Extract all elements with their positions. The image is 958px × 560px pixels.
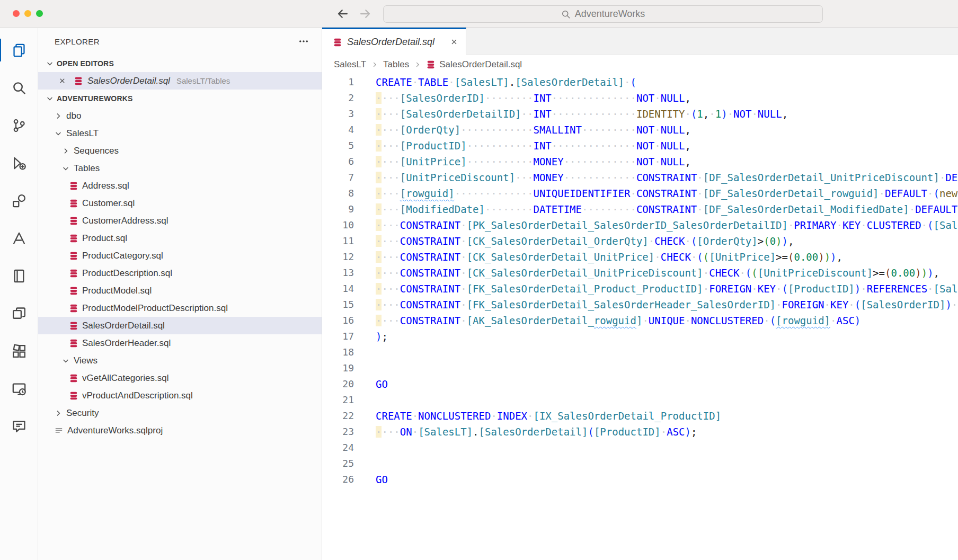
code-line-14[interactable]: 14····CONSTRAINT·[FK_SalesOrderDetail_Pr…	[322, 281, 958, 297]
object-explorer-icon	[12, 193, 26, 208]
code-line-26[interactable]: 26GO	[322, 472, 958, 487]
code-line-1[interactable]: 1CREATE·TABLE·[SalesLT].[SalesOrderDetai…	[322, 74, 958, 90]
code-line-11[interactable]: 11····CONSTRAINT·[CK_SalesOrderDetail_Or…	[322, 233, 958, 249]
line-number: 17	[322, 328, 376, 344]
tree-item-views[interactable]: Views	[38, 352, 322, 369]
code-line-17[interactable]: 17);	[322, 328, 958, 344]
zoom-window-button[interactable]	[36, 10, 43, 17]
database-icon	[69, 391, 78, 401]
activity-run-debug-button[interactable]	[0, 144, 38, 182]
activity-object-explorer-button[interactable]	[0, 182, 38, 219]
tree-item-adventureworks-sqlproj[interactable]: AdventureWorks.sqlproj	[38, 422, 322, 439]
azure-icon	[12, 231, 26, 246]
breadcrumb-item[interactable]: SalesOrderDetail.sql	[426, 59, 522, 70]
code-line-7[interactable]: 7····[UnitPriceDiscount]···MONEY········…	[322, 170, 958, 185]
sidebar-header: EXPLORER	[38, 28, 322, 55]
activity-search-button[interactable]	[0, 69, 38, 106]
code-line-22[interactable]: 22CREATE·NONCLUSTERED·INDEX·[IX_SalesOrd…	[322, 408, 958, 424]
command-center-label: AdventureWorks	[575, 8, 645, 20]
activity-remote-button[interactable]	[0, 370, 38, 407]
tree-item-label: Customer.sql	[82, 198, 135, 209]
activity-extensions-button[interactable]	[0, 332, 38, 370]
code-line-18[interactable]: 18	[322, 344, 958, 360]
open-editor-item[interactable]: SalesOrderDetail.sql SalesLT/Tables	[38, 72, 322, 90]
tree-item-label: dbo	[66, 111, 81, 121]
code-line-8[interactable]: 8····[rowguid]·············UNIQUEIDENTIF…	[322, 185, 958, 201]
line-number: 19	[322, 360, 376, 376]
tree-item-sequences[interactable]: Sequences	[38, 142, 322, 159]
activity-notebooks-button[interactable]	[0, 257, 38, 295]
tree-item-label: ProductModel.sql	[82, 286, 152, 296]
code-line-2[interactable]: 2····[SalesOrderID]········INT··········…	[322, 90, 958, 106]
tree-item-saleslt[interactable]: SalesLT	[38, 125, 322, 142]
tab-bar: SalesOrderDetail.sql	[322, 28, 958, 55]
code-line-13[interactable]: 13····CONSTRAINT·[CK_SalesOrderDetail_Un…	[322, 265, 958, 281]
tree-item-productmodel-sql[interactable]: ProductModel.sql	[38, 282, 322, 299]
tree-item-tables[interactable]: Tables	[38, 159, 322, 177]
tree-item-customer-sql[interactable]: Customer.sql	[38, 194, 322, 212]
code-line-5[interactable]: 5····[ProductID]···········INT··········…	[322, 138, 958, 154]
database-icon	[69, 234, 78, 243]
database-icon	[69, 181, 78, 191]
close-icon[interactable]	[450, 38, 458, 46]
activity-explorer-button[interactable]	[0, 31, 38, 69]
tree-item-product-sql[interactable]: Product.sql	[38, 229, 322, 247]
code-line-20[interactable]: 20GO	[322, 376, 958, 392]
tree-item-security[interactable]: Security	[38, 404, 322, 422]
command-center[interactable]: AdventureWorks	[383, 5, 823, 23]
code-line-25[interactable]: 25	[322, 456, 958, 472]
tree-item-label: vProductAndDescription.sql	[82, 390, 193, 401]
chevron-down-icon	[61, 164, 70, 173]
code-line-19[interactable]: 19	[322, 360, 958, 376]
tree-item-address-sql[interactable]: Address.sql	[38, 177, 322, 194]
line-number: 10	[322, 217, 376, 233]
code-line-6[interactable]: 6····[UnitPrice]···········MONEY········…	[322, 154, 958, 170]
tree-item-dbo[interactable]: dbo	[38, 107, 322, 125]
tree-item-customeraddress-sql[interactable]: CustomerAddress.sql	[38, 212, 322, 229]
activity-source-control-button[interactable]	[0, 106, 38, 144]
project-section-header[interactable]: ADVENTUREWORKS	[38, 90, 322, 107]
tree-item-salesorderdetail-sql[interactable]: SalesOrderDetail.sql	[38, 317, 322, 334]
remote-icon	[12, 381, 26, 396]
app-window: AdventureWorks EXPLORER OPEN EDITORS Sal…	[0, 0, 958, 560]
open-editors-header[interactable]: OPEN EDITORS	[38, 55, 322, 72]
tree-item-vgetallcategories-sql[interactable]: vGetAllCategories.sql	[38, 369, 322, 387]
tree-item-productmodelproductdescription-sql[interactable]: ProductModelProductDescription.sql	[38, 299, 322, 317]
more-actions-icon[interactable]	[298, 36, 309, 47]
code-line-21[interactable]: 21	[322, 392, 958, 408]
code-line-10[interactable]: 10····CONSTRAINT·[PK_SalesOrderDetail_Sa…	[322, 217, 958, 233]
tree-item-vproductanddescription-sql[interactable]: vProductAndDescription.sql	[38, 387, 322, 404]
line-number: 26	[322, 472, 376, 487]
code-line-24[interactable]: 24	[322, 440, 958, 456]
line-number: 12	[322, 249, 376, 265]
breadcrumb-item[interactable]: Tables	[383, 59, 409, 70]
activity-azure-button[interactable]	[0, 219, 38, 257]
forward-button[interactable]	[358, 7, 372, 21]
code-line-4[interactable]: 4····[OrderQty]············SMALLINT·····…	[322, 122, 958, 138]
code-line-12[interactable]: 12····CONSTRAINT·[CK_SalesOrderDetail_Un…	[322, 249, 958, 265]
line-number: 14	[322, 281, 376, 297]
code-line-9[interactable]: 9····[ModifiedDate]········DATETIME·····…	[322, 201, 958, 217]
tab-salesorderdetail[interactable]: SalesOrderDetail.sql	[322, 28, 466, 55]
explorer-icon	[12, 43, 26, 58]
close-window-button[interactable]	[13, 10, 20, 17]
breadcrumb-item[interactable]: SalesLT	[334, 59, 366, 70]
code-line-15[interactable]: 15····CONSTRAINT·[FK_SalesOrderDetail_Sa…	[322, 297, 958, 313]
notebooks-icon	[12, 269, 26, 283]
tree-item-productcategory-sql[interactable]: ProductCategory.sql	[38, 247, 322, 264]
minimize-window-button[interactable]	[24, 10, 31, 17]
tree-item-label: SalesOrderDetail.sql	[82, 321, 165, 331]
code-line-23[interactable]: 23····ON·[SalesLT].[SalesOrderDetail]([P…	[322, 424, 958, 440]
activity-feedback-button[interactable]	[0, 407, 38, 445]
back-button[interactable]	[336, 7, 350, 21]
code-area[interactable]: 1CREATE·TABLE·[SalesLT].[SalesOrderDetai…	[322, 74, 958, 487]
tree-item-label: Security	[66, 408, 99, 419]
line-number: 22	[322, 408, 376, 424]
close-icon[interactable]	[58, 77, 67, 85]
activity-editor-windows-button[interactable]	[0, 295, 38, 332]
code-line-16[interactable]: 16····CONSTRAINT·[AK_SalesOrderDetail_ro…	[322, 313, 958, 328]
tree-item-salesorderheader-sql[interactable]: SalesOrderHeader.sql	[38, 334, 322, 352]
code-line-3[interactable]: 3····[SalesOrderDetailID]··INT··········…	[322, 106, 958, 122]
tree-item-productdescription-sql[interactable]: ProductDescription.sql	[38, 264, 322, 282]
line-number: 2	[322, 90, 376, 106]
